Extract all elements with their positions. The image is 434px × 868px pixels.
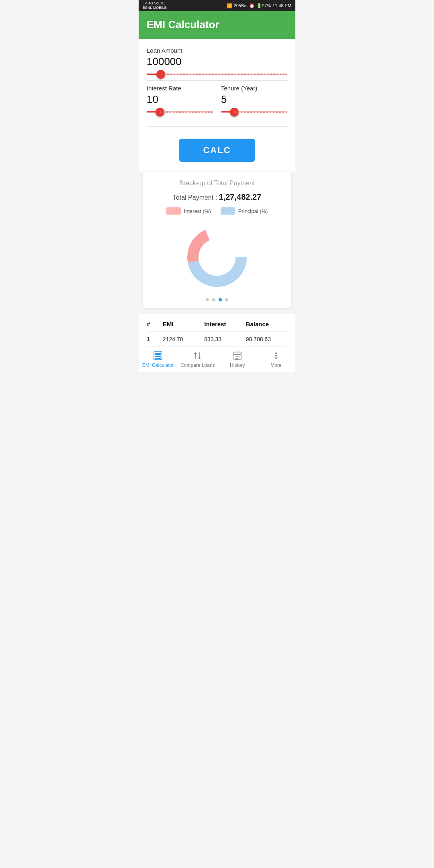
col-header-num: # [147, 321, 163, 328]
nav-history[interactable]: History [221, 350, 254, 368]
svg-rect-3 [157, 356, 159, 357]
nav-more-label: More [270, 362, 281, 368]
principal-color-box [221, 207, 235, 215]
calc-button[interactable]: CALC [179, 139, 255, 162]
main-content: Loan Amount 100000 Interest Rate 10 [139, 39, 295, 172]
interest-rate-dashes [160, 111, 213, 113]
nav-history-label: History [230, 362, 245, 368]
nav-emi-calculator[interactable]: EMI Calculator [142, 350, 174, 368]
loan-amount-section: Loan Amount 100000 [147, 47, 287, 75]
dot-4[interactable] [225, 298, 228, 301]
data-speed: 205B/s [234, 3, 248, 8]
total-payment-value: 1,27,482.27 [219, 192, 262, 201]
row-emi: 2124.70 [163, 336, 204, 342]
total-payment-row: Total Payment : 1,27,482.27 [149, 192, 285, 202]
calculator-icon [153, 350, 163, 361]
calc-btn-container: CALC [147, 131, 287, 172]
dot-3[interactable] [219, 298, 222, 301]
breakup-title: Break-up of Total Payment [149, 180, 285, 187]
dot-2[interactable] [212, 298, 215, 301]
interest-rate-section: Interest Rate 10 [147, 85, 213, 118]
interest-rate-label: Interest Rate [147, 85, 213, 92]
tenure-dashes [234, 111, 287, 113]
app-header: EMI Calculator [139, 11, 295, 39]
bottom-nav: EMI Calculator Compare Loans History Mor… [139, 347, 295, 372]
svg-rect-4 [159, 356, 161, 357]
divider-1 [147, 80, 287, 81]
amortization-table: # EMI Interest Balance 1 2124.70 833.33 … [139, 314, 295, 347]
battery-icon: 🔋27% [256, 3, 271, 8]
carousel-dots [149, 298, 285, 301]
nav-compare-loans[interactable]: Compare Loans [180, 350, 215, 368]
interest-rate-value: 10 [147, 93, 213, 106]
svg-rect-5 [155, 358, 157, 359]
table-header-row: # EMI Interest Balance [147, 321, 287, 332]
col-header-balance: Balance [246, 321, 287, 328]
nav-emi-label: EMI Calculator [142, 362, 174, 368]
status-bar: Jio 4G VoLTE BSNL MOBILE 📶 205B/s ⏰ 🔋27%… [139, 0, 295, 11]
tenure-section: Tenure (Year) 5 [221, 85, 287, 118]
divider-2 [147, 126, 287, 127]
compare-icon [192, 350, 203, 361]
svg-rect-1 [155, 353, 161, 355]
svg-point-12 [275, 352, 277, 354]
tenure-slider[interactable] [221, 111, 287, 113]
legend-interest-label: Interest (%) [184, 208, 211, 214]
nav-more[interactable]: More [260, 350, 292, 368]
alarm-icon: ⏰ [249, 3, 255, 8]
legend-interest: Interest (%) [166, 207, 211, 215]
svg-rect-6 [157, 358, 159, 359]
loan-amount-dashes [161, 74, 287, 75]
legend-principal: Principal (%) [221, 207, 268, 215]
carrier-info: Jio 4G VoLTE BSNL MOBILE [143, 1, 167, 10]
svg-rect-7 [159, 358, 161, 359]
donut-chart [181, 221, 253, 293]
tenure-label: Tenure (Year) [221, 85, 287, 92]
interest-color-box [166, 207, 181, 215]
interest-rate-track [147, 111, 213, 113]
table-row: 1 2124.70 833.33 98,708.63 [147, 332, 287, 347]
svg-point-14 [275, 357, 277, 359]
loan-amount-label: Loan Amount [147, 47, 287, 54]
row-num: 1 [147, 336, 163, 342]
history-icon [232, 350, 243, 361]
donut-chart-container [149, 221, 285, 293]
more-icon [271, 350, 281, 361]
nav-compare-label: Compare Loans [180, 362, 215, 368]
breakup-card: Break-up of Total Payment Total Payment … [143, 172, 291, 308]
total-payment-label: Total Payment : [173, 194, 219, 201]
chart-legend: Interest (%) Principal (%) [149, 207, 285, 215]
col-header-interest: Interest [204, 321, 246, 328]
interest-rate-slider[interactable] [147, 111, 213, 113]
svg-rect-9 [234, 352, 241, 354]
col-header-emi: EMI [163, 321, 204, 328]
svg-point-13 [275, 355, 277, 356]
svg-rect-2 [155, 356, 157, 357]
status-right: 📶 205B/s ⏰ 🔋27% 11:48 PM [227, 3, 291, 8]
signal-icon: 📶 [227, 3, 232, 8]
row-balance: 98,708.63 [246, 336, 287, 342]
donut-hole [199, 239, 235, 276]
rate-tenure-row: Interest Rate 10 Tenure (Year) 5 [147, 85, 287, 122]
loan-amount-slider[interactable] [147, 74, 287, 75]
row-interest: 833.33 [204, 336, 246, 342]
time: 11:48 PM [272, 3, 291, 8]
loan-amount-track [147, 74, 287, 75]
tenure-track [221, 111, 287, 113]
loan-amount-value: 100000 [147, 55, 287, 68]
dot-1[interactable] [206, 298, 209, 301]
legend-principal-label: Principal (%) [238, 208, 268, 214]
tenure-value: 5 [221, 93, 287, 106]
app-title: EMI Calculator [147, 18, 287, 31]
